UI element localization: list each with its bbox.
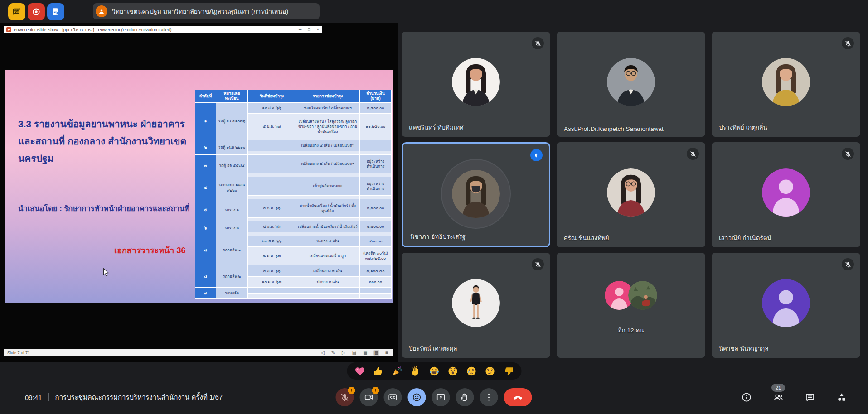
meeting-title-chip[interactable]: วิทยาเขตนครปฐม มหาวิทยาลัยราชภัฏสวนสุนัน…: [93, 3, 320, 19]
maintenance-table: ลำดับที่หมายเลขทะเบียนวันที่ซ่อมบำรุงราย…: [195, 90, 392, 299]
table-row: ๖รถราง ๒๔ ธ.ค. ๖๖เปลี่ยนถ่ายน้ำมันเครื่อ…: [195, 221, 392, 232]
participant-grid: แคชรินทร์ ทับทิมเทศ Asst.Prof.Dr.Kanpetc…: [402, 32, 860, 358]
table-row: ๓รถตู้ ฮจ ๕๕๘๔เปลี่ยนยาง ๔ เส้น / เปลี่ย…: [195, 154, 392, 173]
item-cell: เปลี่ยนแบตเตอรี่ ๒ ลูก: [296, 247, 360, 265]
transcript-icon: [51, 7, 61, 17]
reaction-thumbs-up[interactable]: [373, 366, 384, 377]
date-cell: [248, 154, 296, 173]
leave-call-button[interactable]: [504, 388, 532, 406]
more-options-button[interactable]: [480, 388, 498, 406]
item-cell: เปลี่ยนยาง ๔ เส้น: [296, 265, 360, 276]
participant-tile-7[interactable]: ปิยะรัตน์ เศวตะดุล: [402, 253, 550, 358]
reactions-bar: [347, 362, 521, 380]
activities-button[interactable]: [833, 388, 851, 406]
reactions-button[interactable]: [408, 388, 426, 406]
clock: 09:41: [25, 394, 42, 401]
maximize-button[interactable]: □: [308, 28, 310, 32]
pen-icon[interactable]: ✎: [330, 350, 336, 356]
info-icon: [741, 392, 752, 403]
more-icon: [484, 392, 494, 402]
reaction-clapping-hands[interactable]: [410, 366, 421, 377]
date-cell: ๑๐ ม.ค. ๖๗: [248, 276, 296, 287]
item-cell: [296, 151, 360, 155]
raise-hand-button[interactable]: [456, 388, 474, 406]
captions-icon: [388, 392, 398, 402]
participant-tile-9[interactable]: นิศาชล นันทญากุล: [712, 253, 860, 358]
date-cell: [248, 173, 296, 177]
slide-title: 3.3 รายงานข้อมูลยานพาหนะ ฝ่ายอาคารและสถา…: [18, 116, 199, 168]
mic-off-icon: [340, 392, 350, 402]
plate-cell: รถกระบะ ๑ฒณ ๙๒๒๐: [216, 177, 248, 199]
amount-cell: [360, 293, 392, 298]
minimize-button[interactable]: ─: [299, 28, 301, 32]
row-number-cell: ๔: [195, 177, 216, 199]
item-cell: [296, 173, 360, 177]
panel-buttons: 21: [737, 380, 851, 414]
amount-cell: [360, 217, 392, 221]
people-button[interactable]: 21: [769, 388, 787, 406]
date-cell: ๔ ธ.ค. ๖๖: [248, 199, 296, 217]
participant-tile-6[interactable]: เสาวณีย์ กำเนิดรัตน์: [712, 142, 860, 247]
camera-icon: [364, 392, 374, 402]
item-cell: ปะยาง ๔ เส้น: [296, 236, 360, 246]
plate-cell: รถตู้ ฮจ ๕๕๘๔: [216, 154, 248, 177]
date-cell: ๒๙ ส.ค. ๖๖: [248, 236, 296, 246]
meeting-details-button[interactable]: [737, 388, 756, 406]
participant-tile-8[interactable]: อีก 12 คน: [557, 253, 705, 358]
grid-view-icon[interactable]: ▦: [362, 350, 368, 356]
overflow-avatars: [557, 281, 705, 310]
microphone-button[interactable]: !: [336, 388, 354, 406]
participant-tile-2[interactable]: Asst.Prof.Dr.Kanpetch Saranontawat: [557, 32, 705, 137]
reaction-thinking-face[interactable]: [484, 366, 495, 377]
vehicle-maintenance-table: ลำดับที่หมายเลขทะเบียนวันที่ซ่อมบำรุงราย…: [195, 90, 391, 299]
row-number-cell: ๕: [195, 199, 216, 221]
amount-cell: [360, 151, 392, 155]
participant-avatar: [762, 58, 810, 106]
transcript-extension-button[interactable]: [47, 3, 64, 20]
amount-cell: (เครดิต ๓๐วัน) ๓๗,๓๒๕.๐๐: [360, 247, 392, 265]
date-cell: ๔ ธ.ค. ๖๖: [248, 221, 296, 232]
prev-slide-icon[interactable]: ◁: [320, 350, 325, 356]
call-end-icon: [513, 392, 523, 402]
menu-icon[interactable]: ≡: [384, 350, 389, 356]
record-icon: [31, 7, 41, 17]
mic-off-icon: [842, 37, 854, 49]
next-slide-icon[interactable]: ▷: [341, 350, 346, 356]
record-extension-button[interactable]: [28, 3, 45, 20]
reaction-astonished-face[interactable]: [447, 366, 458, 377]
item-cell: ซ่อมไดสตาร์ท / เปลี่ยนแบตฯ: [296, 102, 360, 113]
amount-cell: ๗,๑๐๔.๕๐: [360, 265, 392, 276]
chat-button[interactable]: [801, 388, 819, 406]
item-cell: [296, 196, 360, 199]
reaction-thumbs-down[interactable]: [503, 366, 514, 377]
participant-tile-5[interactable]: ศรัณ ชินแสงทิพย์: [557, 142, 705, 247]
reaction-face-with-tears-of-joy[interactable]: [428, 366, 440, 377]
hand-icon: [460, 392, 470, 402]
amount-cell: [360, 232, 392, 236]
participant-tile-1[interactable]: แคชรินทร์ ทับทิมเทศ: [402, 32, 550, 137]
date-cell: [248, 232, 296, 236]
present-button[interactable]: [432, 388, 450, 406]
plate-cell: รถตู้ ๑นค ๒๒๑๐: [216, 140, 248, 154]
overflow-count-label: อีก 12 คน: [557, 325, 705, 335]
reaction-crying-face[interactable]: [466, 366, 477, 377]
table-header-cell: รายการซ่อมบำรุง: [296, 90, 360, 103]
participant-name: แคชรินทร์ ทับทิมเทศ: [409, 122, 464, 132]
captions-button[interactable]: [384, 388, 402, 406]
meeting-name: การประชุมคณะกรรมการบริหารงานสำนักงาน ครั…: [55, 392, 223, 403]
participant-tile-4[interactable]: นิชาภา อิทธิประเสริฐ: [402, 142, 550, 247]
grid-disabled-extension-button[interactable]: [8, 3, 25, 20]
close-button[interactable]: ×: [317, 28, 319, 32]
participant-tile-3[interactable]: ปรางทิพย์ เกตุกลิ่น: [712, 32, 860, 137]
chat-icon: [805, 392, 815, 403]
camera-button[interactable]: !: [360, 388, 378, 406]
notes-icon[interactable]: ▤: [351, 350, 357, 356]
reaction-sparkling-heart[interactable]: [354, 366, 365, 377]
amount-cell: [360, 173, 392, 177]
mic-off-icon: [842, 148, 854, 160]
reaction-party-popper[interactable]: [391, 366, 402, 377]
display-settings-icon[interactable]: ▩: [373, 350, 379, 356]
participant-name: ปิยะรัตน์ เศวตะดุล: [409, 343, 457, 353]
participant-avatar: [607, 168, 655, 217]
participant-avatar: [762, 168, 810, 217]
